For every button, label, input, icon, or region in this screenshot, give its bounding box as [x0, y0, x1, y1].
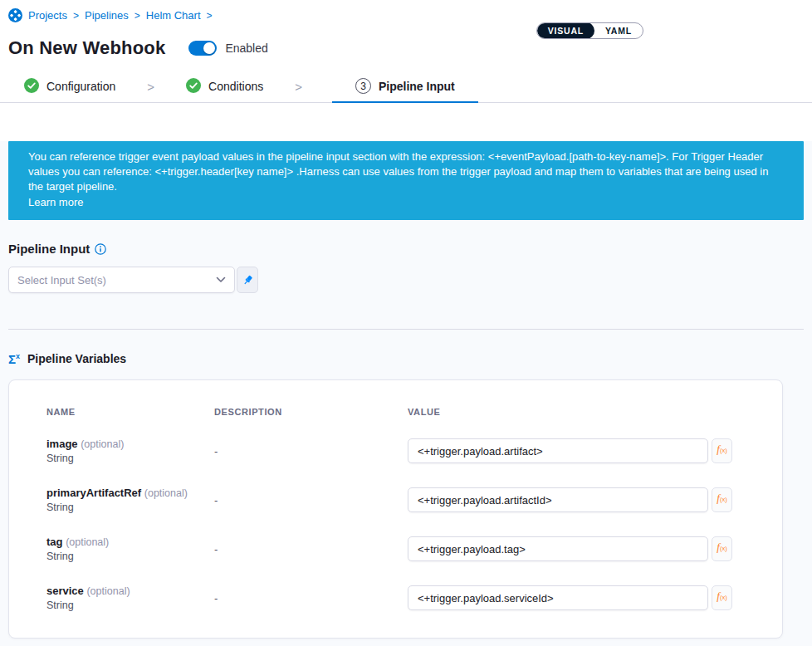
content-area: You can reference trigger event payload …: [0, 141, 812, 646]
variable-value-input[interactable]: [408, 585, 708, 610]
tab-label: Configuration: [46, 80, 115, 93]
variable-type: String: [46, 453, 214, 464]
pipeline-input-heading: Pipeline Input: [8, 242, 804, 256]
breadcrumb-separator: >: [73, 10, 79, 22]
table-row: service (optional) String - f(x): [46, 574, 732, 623]
enabled-label: Enabled: [225, 42, 267, 55]
visual-yaml-toggle: VISUAL YAML: [536, 22, 643, 39]
variable-name-cell: tag (optional) String: [46, 536, 214, 562]
variable-description: -: [214, 592, 408, 604]
yaml-view-button[interactable]: YAML: [594, 22, 643, 39]
input-set-select-field[interactable]: [17, 274, 216, 286]
variable-description: -: [214, 543, 408, 555]
table-header: NAME DESCRIPTION VALUE: [46, 407, 732, 417]
expression-fx-button[interactable]: f(x): [712, 536, 732, 561]
toggle-knob: [203, 42, 215, 54]
breadcrumb-separator: >: [207, 10, 213, 22]
enabled-toggle[interactable]: [188, 41, 217, 56]
variable-optional: (optional): [81, 438, 124, 450]
tab-configuration[interactable]: Configuration: [22, 71, 117, 103]
title-row: On New Webhook Enabled: [8, 36, 804, 61]
tab-conditions[interactable]: Conditions: [184, 71, 265, 103]
chevron-right-icon: >: [147, 80, 154, 94]
variable-value-input[interactable]: [408, 536, 708, 561]
pipeline-variables-title: Pipeline Variables: [27, 352, 126, 365]
breadcrumb: Projects > Pipelines > Helm Chart >: [8, 8, 804, 22]
variable-name-cell: image (optional) String: [46, 438, 214, 464]
input-set-select[interactable]: [8, 267, 235, 293]
fx-sub-label: (x): [720, 594, 727, 601]
expression-fx-button[interactable]: f(x): [712, 585, 732, 610]
pin-icon: [242, 274, 254, 286]
sigma-x-icon: Σx: [8, 353, 20, 365]
wizard-tabbar: Configuration > Conditions > 3 Pipeline …: [0, 71, 812, 103]
expression-fx-button[interactable]: f(x): [712, 438, 732, 463]
visual-view-button[interactable]: VISUAL: [537, 22, 594, 39]
pipeline-variables-card: NAME DESCRIPTION VALUE image (optional) …: [8, 379, 783, 639]
variable-value-cell: f(x): [408, 487, 732, 512]
fx-sub-label: (x): [720, 447, 727, 454]
tab-label: Pipeline Input: [379, 80, 455, 93]
breadcrumb-separator: >: [135, 10, 140, 22]
column-header-value: VALUE: [408, 407, 732, 417]
variable-description: -: [214, 494, 408, 507]
variable-type: String: [46, 600, 214, 611]
variable-name: primaryArtifactRef: [46, 487, 141, 499]
breadcrumb-link-pipelines[interactable]: Pipelines: [85, 9, 129, 22]
pipeline-variables-heading: Σx Pipeline Variables: [8, 352, 804, 365]
pipeline-input-title: Pipeline Input: [8, 242, 90, 256]
variable-optional: (optional): [86, 585, 130, 597]
variable-name: service: [46, 585, 84, 597]
variable-value-input[interactable]: [408, 438, 708, 463]
column-header-name: NAME: [46, 407, 214, 417]
variable-type: String: [46, 551, 214, 562]
breadcrumb-link-helm-chart[interactable]: Helm Chart: [146, 9, 201, 22]
variable-value-cell: f(x): [408, 585, 732, 610]
table-row: tag (optional) String - f(x): [46, 525, 732, 574]
variable-value-input[interactable]: [408, 487, 708, 512]
variable-type: String: [46, 502, 214, 513]
chevron-right-icon: >: [295, 80, 302, 94]
pin-input-set-button[interactable]: [237, 267, 258, 293]
step-number-badge: 3: [355, 78, 371, 94]
variable-value-cell: f(x): [408, 536, 732, 561]
variable-value-cell: f(x): [408, 438, 732, 463]
fx-sub-label: (x): [720, 496, 727, 503]
column-header-description: DESCRIPTION: [214, 407, 408, 417]
banner-message: You can reference trigger event payload …: [28, 149, 784, 194]
variable-optional: (optional): [66, 536, 109, 548]
expression-fx-button[interactable]: f(x): [712, 487, 732, 512]
page-title: On New Webhook: [8, 37, 165, 59]
check-circle-icon: [24, 78, 39, 95]
fx-sub-label: (x): [720, 545, 727, 552]
chevron-down-icon: [216, 277, 226, 283]
table-row: image (optional) String - f(x): [46, 427, 732, 476]
info-icon[interactable]: [95, 243, 106, 255]
table-row: primaryArtifactRef (optional) String - f…: [46, 476, 732, 525]
info-banner: You can reference trigger event payload …: [8, 141, 804, 220]
variable-description: -: [214, 445, 408, 458]
check-circle-icon: [186, 78, 201, 95]
learn-more-link[interactable]: Learn more: [28, 195, 83, 210]
variable-optional: (optional): [144, 487, 188, 499]
input-set-row: [8, 267, 804, 293]
harness-project-icon: [8, 8, 22, 22]
tab-label: Conditions: [208, 80, 263, 93]
section-divider: [8, 329, 804, 330]
variable-name-cell: service (optional) String: [46, 585, 214, 611]
variable-name: image: [46, 438, 78, 450]
tab-pipeline-input[interactable]: 3 Pipeline Input: [332, 71, 478, 103]
variable-name: tag: [46, 536, 63, 548]
variable-name-cell: primaryArtifactRef (optional) String: [46, 487, 214, 513]
breadcrumb-link-projects[interactable]: Projects: [28, 9, 67, 22]
page-header: Projects > Pipelines > Helm Chart > On N…: [0, 0, 812, 61]
